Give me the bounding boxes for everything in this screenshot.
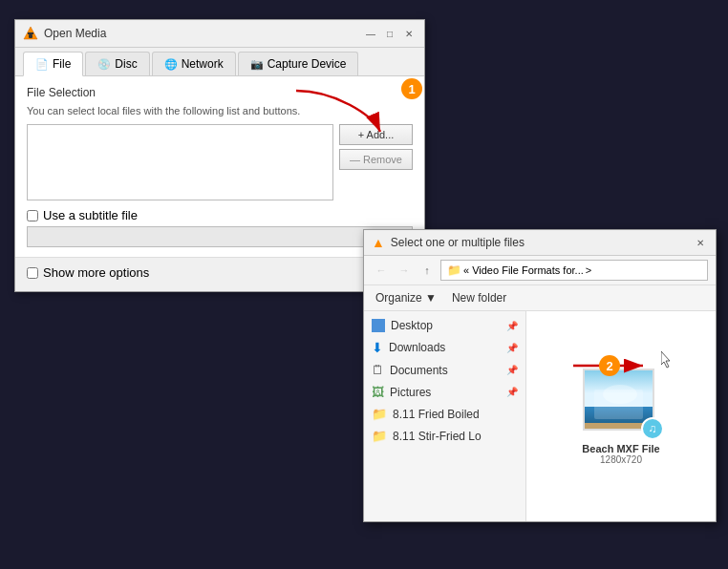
file-list-area: + Add... — Remove (27, 124, 413, 200)
folder-1-icon: 📁 (372, 407, 387, 421)
capture-tab-icon: 📷 (250, 58, 264, 71)
breadcrumb-text: « Video File Formats for... (463, 264, 584, 276)
file-browser-window: ▲ Select one or multiple files ✕ ← → ↑ 📁… (363, 229, 717, 522)
pictures-pin-icon: 📌 (506, 387, 518, 397)
file-tree-panel: Desktop 📌 ⬇ Downloads 📌 🗒 Documents 📌 🖼 … (364, 311, 526, 521)
downloads-icon: ⬇ (372, 340, 383, 355)
file-selection-description: You can select local files with the foll… (27, 105, 413, 116)
desktop-pin-icon: 📌 (506, 321, 518, 331)
vlc-icon (23, 26, 38, 41)
subtitle-file-input[interactable] (27, 226, 413, 247)
new-folder-button[interactable]: New folder (448, 289, 510, 306)
documents-pin-icon: 📌 (506, 365, 518, 375)
subtitle-area: Use a subtitle file (27, 208, 413, 247)
window-title: Open Media (44, 27, 363, 40)
tree-item-documents[interactable]: 🗒 Documents 📌 (364, 359, 525, 381)
music-overlay-icon: ♫ (641, 417, 664, 440)
downloads-label: Downloads (389, 341, 445, 354)
tab-file[interactable]: 📄 File (23, 52, 83, 76)
desktop-icon (372, 319, 385, 332)
documents-icon: 🗒 (372, 363, 384, 377)
file-tab-label: File (53, 57, 71, 71)
tab-network[interactable]: 🌐 Network (152, 52, 236, 75)
file-thumbnail: ♫ (583, 369, 659, 435)
folder-1-label: 8.11 Fried Boiled (393, 408, 480, 421)
tree-item-desktop[interactable]: Desktop 📌 (364, 315, 525, 336)
back-button[interactable]: ← (372, 261, 391, 280)
step-badge-2: 2 (599, 355, 620, 376)
pictures-label: Pictures (390, 386, 431, 399)
tab-capture[interactable]: 📷 Capture Device (238, 52, 359, 75)
file-list-box[interactable] (27, 124, 333, 200)
folder-2-label: 8.11 Stir-Fried Lo (393, 430, 482, 443)
breadcrumb-path[interactable]: 📁 « Video File Formats for... > (440, 260, 708, 281)
desktop-label: Desktop (391, 319, 433, 332)
tab-disc[interactable]: 💿 Disc (85, 52, 149, 75)
file-action-buttons: + Add... — Remove (339, 124, 413, 200)
breadcrumb-folder-icon: 📁 (447, 263, 461, 277)
preview-file-name: Beach MXF File (582, 443, 659, 454)
step-badge-1: 1 (401, 78, 422, 99)
breadcrumb-arrow: > (586, 264, 591, 276)
subtitle-label: Use a subtitle file (43, 208, 138, 222)
svg-rect-1 (29, 34, 32, 38)
subtitle-checkbox-row: Use a subtitle file (27, 208, 413, 222)
close-button[interactable]: ✕ (401, 26, 417, 41)
browser-toolbar: ← → ↑ 📁 « Video File Formats for... > (364, 256, 716, 285)
downloads-pin-icon: 📌 (506, 343, 518, 353)
svg-point-6 (603, 385, 637, 404)
pictures-icon: 🖼 (372, 385, 384, 399)
minimize-button[interactable]: — (363, 26, 378, 41)
file-preview-panel: ♫ Beach MXF File 1280x720 (526, 311, 716, 521)
folder-2-icon: 📁 (372, 429, 387, 443)
more-options-row: Show more options (27, 265, 413, 280)
browser-window-title: Select one or multiple files (391, 236, 693, 249)
disc-tab-icon: 💿 (97, 58, 111, 71)
browser-vlc-icon: ▲ (372, 235, 385, 250)
preview-file-dimensions: 1280x720 (600, 454, 642, 465)
svg-rect-4 (585, 370, 654, 409)
window-controls: — □ ✕ (363, 26, 417, 41)
add-button[interactable]: + Add... (339, 124, 413, 145)
up-button[interactable]: ↑ (418, 261, 437, 280)
tab-bar: 📄 File 💿 Disc 🌐 Network 📷 Capture Device (15, 48, 424, 76)
file-tab-icon: 📄 (35, 58, 49, 71)
svg-rect-2 (28, 32, 33, 34)
browser-close-button[interactable]: ✕ (693, 235, 708, 250)
tree-item-pictures[interactable]: 🖼 Pictures 📌 (364, 381, 525, 403)
tree-item-folder-2[interactable]: 📁 8.11 Stir-Fried Lo (364, 425, 525, 447)
organize-bar: Organize ▼ New folder (364, 285, 716, 311)
capture-tab-label: Capture Device (268, 57, 347, 71)
show-more-label: Show more options (43, 265, 149, 280)
tree-item-folder-1[interactable]: 📁 8.11 Fried Boiled (364, 403, 525, 425)
network-tab-label: Network (182, 57, 224, 71)
remove-button[interactable]: — Remove (339, 149, 413, 170)
forward-button[interactable]: → (395, 261, 414, 280)
organize-button[interactable]: Organize ▼ (372, 289, 440, 306)
file-selection-label: File Selection (27, 86, 413, 99)
disc-tab-label: Disc (115, 57, 137, 71)
show-more-checkbox[interactable] (27, 267, 38, 279)
title-bar: Open Media — □ ✕ (15, 20, 424, 48)
documents-label: Documents (390, 364, 448, 377)
tree-item-downloads[interactable]: ⬇ Downloads 📌 (364, 336, 525, 359)
network-tab-icon: 🌐 (164, 58, 178, 71)
browser-window-controls: ✕ (693, 235, 708, 250)
browser-title-bar: ▲ Select one or multiple files ✕ (364, 230, 716, 256)
maximize-button[interactable]: □ (382, 26, 397, 41)
browser-content: Desktop 📌 ⬇ Downloads 📌 🗒 Documents 📌 🖼 … (364, 311, 716, 521)
subtitle-checkbox[interactable] (27, 210, 38, 221)
